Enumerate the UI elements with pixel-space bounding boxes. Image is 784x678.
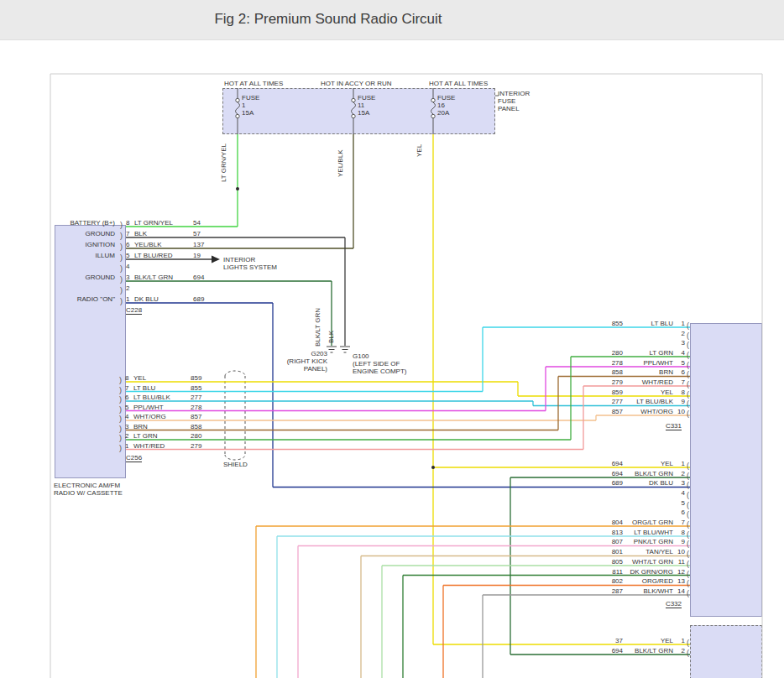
wire-color-label: YEL (623, 460, 677, 467)
pin-number: 4 (677, 489, 687, 497)
pin-number: 5 (677, 359, 687, 367)
wire-color-label: LT GRN (623, 349, 677, 357)
caption-line: RADIO W/ CASSETTE (54, 489, 123, 497)
vertical-wire-label-blk-lt-grn: BLK/LT GRN (314, 308, 321, 347)
circuit-number: 855 (608, 320, 623, 327)
connector-c228-pin-rows: BATTERY (B+) 8 LT GRN/YEL 54 GROUND 7 BL… (56, 216, 204, 303)
circuit-number: 855 (191, 384, 201, 392)
fuse-panel-note: INTERIOR FUSE PANEL (498, 90, 530, 112)
wire-color-label: LT BLU (623, 320, 677, 327)
pin-number: 5 (126, 252, 134, 259)
pin-number: 3 (677, 479, 687, 487)
pin-number: 5 (677, 499, 687, 507)
wire-color-label: LT BLU (133, 384, 182, 392)
fuse-amps: 15A (242, 109, 259, 117)
fuse-16-symbol (431, 88, 436, 134)
pin-bracket-icon (687, 381, 692, 389)
c332-pin-row: 694 YEL 1 (608, 457, 692, 467)
c332-pin-row: 802 ORG/RED 13 (608, 576, 692, 586)
pin-bracket-icon (687, 371, 692, 378)
c228-pin-row: GROUND 3 BLK/LT GRN 694 (56, 270, 204, 281)
c256-pin-row: 1 WHT/RED 279 (119, 440, 201, 450)
pin-bracket-icon (687, 492, 692, 499)
wire-color-label: DK BLU (623, 479, 677, 487)
pin-bracket-icon (119, 387, 125, 394)
wire-yel-859 (126, 382, 690, 396)
pin-bracket-icon (120, 298, 126, 305)
circuit-number: 280 (608, 349, 623, 357)
shield-outline (225, 371, 245, 460)
wire-color-label: PPL/WHT (133, 404, 182, 411)
connector-label-c332: C332 (651, 600, 682, 608)
circuit-number: 858 (191, 423, 201, 430)
wire-color-label: TAN/YEL (623, 548, 677, 555)
hot-label-3: HOT AT ALL TIMES (429, 80, 488, 87)
c228-pin-row: GROUND 7 BLK 57 (56, 227, 204, 237)
pin-number: 7 (126, 230, 134, 237)
pin-bracket-icon (120, 276, 126, 284)
c331-pin-row: 858 BRN 6 (608, 367, 692, 377)
pin-number: 2 (677, 647, 687, 655)
fuse-name: FUSE (437, 94, 455, 102)
wire-color-label: YEL (623, 637, 677, 644)
ground-g203-label: G203 (RIGHT KICK PANEL) (277, 350, 327, 373)
fuse-number: 1 (242, 102, 259, 109)
pin-number: 8 (125, 374, 133, 382)
c332-pin-row: 694 BLK/LT GRN 2 (608, 467, 692, 477)
circuit-number: 279 (608, 378, 623, 386)
pin-number: 8 (677, 389, 687, 396)
pin-number: 2 (125, 432, 133, 440)
wire-color-label: YEL (623, 389, 677, 396)
pin-bracket-icon (687, 482, 692, 489)
radio-terminal-label: RADIO "ON" (56, 295, 120, 303)
interior-lights-note: INTERIOR LIGHTS SYSTEM (223, 256, 277, 271)
wire-color-label: BRN (133, 423, 182, 430)
c331-pin-row: 277 LT BLU/BLK 9 (608, 396, 692, 406)
pin-number: 6 (677, 368, 687, 376)
circuit-number: 57 (193, 230, 201, 237)
pin-bracket-icon (687, 639, 692, 647)
pin-bracket-icon (119, 435, 125, 442)
wire-color-label: LT GRN/YEL (134, 219, 185, 227)
fuse-number: 16 (437, 102, 455, 109)
wire-ppl-wht-278 (126, 367, 690, 411)
circuit-number: 277 (608, 398, 623, 405)
bottom-pin-row: 37 YEL 1 (608, 634, 692, 644)
wire-color-label: YEL (133, 374, 182, 382)
pin-number: 2 (677, 330, 687, 337)
circuit-number: 287 (608, 587, 623, 595)
circuit-number: 857 (608, 408, 623, 415)
wire-color-label: ORG/RED (623, 577, 677, 585)
c331-pin-row: 278 PPL/WHT 5 (608, 357, 692, 367)
wire-lt-grn-280 (126, 357, 690, 440)
note-line: INTERIOR (498, 90, 530, 97)
pin-number: 7 (677, 519, 687, 526)
pin-bracket-icon (687, 502, 692, 509)
pin-bracket-icon (120, 243, 126, 251)
fuse-16-label: FUSE 16 20A (437, 94, 455, 117)
ground-location: PANEL) (277, 365, 327, 373)
circuit-number: 804 (608, 519, 623, 526)
pin-number: 10 (677, 408, 687, 415)
wire-color-label: BLK (134, 230, 185, 237)
note-line: FUSE (498, 97, 530, 105)
pin-number: 1 (126, 295, 134, 303)
wire-color-label: WHT/LT GRN (623, 558, 677, 566)
ground-g100-symbol (340, 347, 350, 352)
circuit-number: 137 (193, 241, 204, 248)
c256-pin-row: 3 BRN 858 (119, 420, 201, 430)
wire-color-label: WHT/ORG (133, 413, 182, 420)
connector-name: C228 (126, 306, 142, 315)
pin-number: 11 (677, 558, 687, 566)
c256-pin-row: 4 WHT/ORG 857 (119, 411, 201, 421)
c331-pin-row: 279 WHT/RED 7 (608, 376, 692, 386)
wire-color-label: YEL/BLK (134, 241, 185, 248)
fuse-name: FUSE (242, 94, 259, 102)
radio-terminal-label: ILLUM (56, 252, 120, 259)
circuit-number: 694 (608, 470, 623, 477)
splice-dot-yellow (431, 466, 435, 469)
caption-line: ELECTRONIC AM/FM (54, 482, 123, 489)
circuit-number: 802 (608, 577, 623, 585)
ground-g100-label: G100 (LEFT SIDE OF ENGINE COMPT) (353, 352, 406, 375)
pin-number: 12 (677, 568, 687, 576)
